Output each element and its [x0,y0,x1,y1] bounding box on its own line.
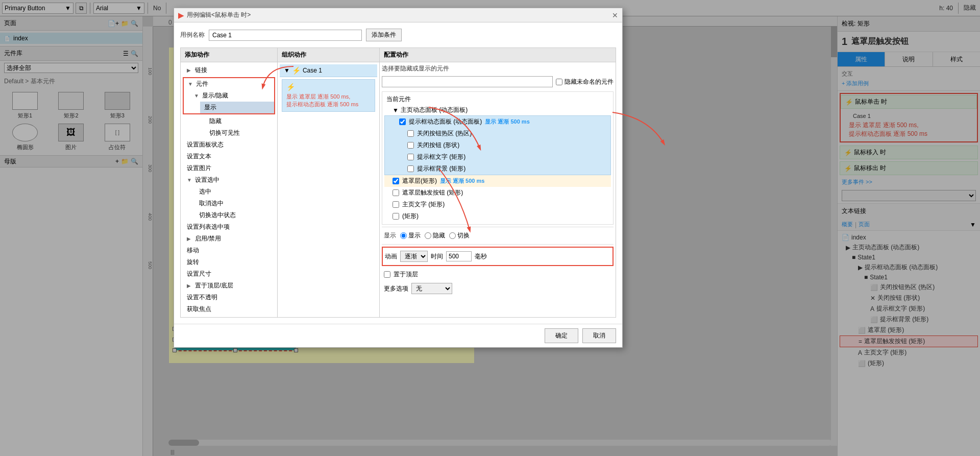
more-options-row: 更多选项 无 [382,281,614,296]
config-rect: (矩形) [384,210,611,222]
tree-show-label: 显示 [204,103,216,112]
tree-toggle-label: 切换可见性 [209,129,240,137]
top-layer-checkbox[interactable] [384,271,390,278]
config-overlay-row[interactable]: 遮罩层(矩形) 显示 逐渐 500 ms [384,175,611,187]
visibility-toggle-radio[interactable] [449,232,456,239]
prompt-panel-sub: 关闭按钮热区 (热区) 关闭按钮 (形状) 提示框文字 (矩形) [397,128,610,175]
config-tree: 当前元件 ▼ 主页动态面板 (动态面板) 提示框动态面板 (动态面板) 显示 逐… [382,91,614,225]
hide-unnamed-label: 隐藏未命名的元件 [556,78,614,86]
time-label: 时间 [431,252,443,261]
tree-element[interactable]: ▼ 元件 [184,78,274,90]
visibility-show-radio[interactable] [400,232,407,239]
modal-title: ▶ 用例编辑<鼠标单击 时> [178,11,251,19]
tree-set-image[interactable]: 设置图片 [183,162,275,174]
organize-action-item[interactable]: ⚡ 显示 遮罩层 逐渐 500 ms,提示框动态面板 逐渐 500 ms [282,79,375,112]
organize-action-content: ▼ ⚡ Case 1 ⚡ 显示 遮罩层 逐渐 500 ms,提示框动态面板 逐渐… [278,62,379,317]
top-layer-row: 置于顶层 [382,268,614,281]
visibility-toggle-option[interactable]: 切换 [449,231,470,240]
visibility-hide-option[interactable]: 隐藏 [425,231,445,240]
hide-unnamed-checkbox[interactable] [556,79,562,85]
config-prompt-panel-row[interactable]: 提示框动态面板 (动态面板) 显示 逐渐 500 ms [397,116,610,128]
add-action-header: 添加动作 [181,48,277,62]
add-condition-btn[interactable]: 添加条件 [366,29,402,41]
element-section-highlight: ▼ 元件 ▼ 显示/隐藏 显示 [183,77,275,114]
show-hide-sub: 显示 [190,102,274,113]
tree-show[interactable]: 显示 [200,102,274,113]
add-action-col: 添加动作 ▶ 链接 ▼ 元件 ▼ [181,48,278,317]
tree-set-opacity[interactable]: 设置不透明 [183,292,275,303]
tree-hide[interactable]: 隐藏 [205,115,275,127]
tree-deselect[interactable]: 取消选中 [195,198,275,209]
overlay-checkbox[interactable] [393,178,399,184]
tree-hide-label: 隐藏 [209,117,222,126]
visibility-show-option[interactable]: 显示 [400,231,421,240]
tree-link-label: 链接 [195,66,207,75]
tree-show-hide-label: 显示/隐藏 [202,91,228,100]
visibility-toggle-text: 切换 [457,231,470,240]
element-subtree: ▼ 显示/隐藏 显示 [184,90,274,113]
hide-sub: 隐藏 切换可见性 [189,115,275,139]
tree-toggle[interactable]: 切换可见性 [205,127,275,139]
tree-set-list[interactable]: 设置列表选中项 [183,221,275,233]
config-main-panel: ▼ 主页动态面板 (动态面板) [384,105,611,115]
case-name-input[interactable] [209,30,362,41]
close-btn-check[interactable] [407,142,414,149]
more-options-select[interactable]: 无 [411,283,452,294]
config-main-text: 主页文字 (矩形) [384,199,611,210]
set-image-label: 设置图片 [187,164,211,173]
link-expand-icon: ▶ [187,67,193,73]
anim-label: 动画 [385,252,397,261]
cancel-button[interactable]: 取消 [582,328,616,343]
action-text: 显示 遮罩层 逐渐 500 ms,提示框动态面板 逐渐 500 ms [286,93,371,108]
organize-action-header: 组织动作 [278,48,379,62]
tree-link[interactable]: ▶ 链接 [183,64,275,76]
configure-action-content: 选择要隐藏或显示的元件 隐藏未命名的元件 当前元件 [380,62,616,317]
tree-set-size[interactable]: 设置尺寸 [183,268,275,280]
tree-move[interactable]: 移动 [183,245,275,256]
set-selected-sub: 选中 取消选中 切换选中状态 [183,186,275,221]
tree-toggle-selected[interactable]: 切换选中状态 [195,209,275,221]
enable-expand-icon: ▶ [187,236,193,242]
prompt-text-check[interactable] [407,154,414,160]
anim-select[interactable]: 逐渐 [400,251,428,262]
rect-check[interactable] [393,213,399,220]
element-expand-icon: ▼ [188,81,194,87]
action-flash-icon: ⚡ [286,83,295,91]
set-text-label: 设置文本 [187,152,211,161]
config-prompt-bg: 提示框背景 (矩形) [405,163,610,175]
modal-close-btn[interactable]: ✕ [612,11,618,19]
set-selected-expand-icon: ▼ [187,177,193,183]
tree-top-bottom[interactable]: ▶ 置于顶层/底层 [183,280,275,292]
tree-focus[interactable]: 获取焦点 [183,303,275,315]
configure-action-col: 配置动作 选择要隐藏或显示的元件 隐藏未命名的元件 当前元件 [380,48,616,317]
organize-action-col: 组织动作 ▼ ⚡ Case 1 ⚡ 显示 遮罩层 逐渐 500 m [278,48,380,317]
prompt-bg-check[interactable] [407,165,414,172]
close-hotzone-check[interactable] [407,130,414,137]
ok-button[interactable]: 确定 [545,328,578,343]
overlay-trigger-check[interactable] [393,189,399,196]
modal-logo: ▶ [178,11,184,19]
config-search-input[interactable] [382,76,553,87]
tree-select[interactable]: 选中 [195,186,275,198]
tree-set-text[interactable]: 设置文本 [183,151,275,162]
tree-show-hide[interactable]: ▼ 显示/隐藏 [190,90,274,102]
main-text-check[interactable] [393,201,399,208]
modal-name-row: 用例名称 添加条件 [180,29,616,41]
configure-action-header: 配置动作 [380,48,616,62]
tree-set-selected-expand[interactable]: ▼ 设置选中 [183,174,275,186]
action-icon-row: ⚡ [286,83,371,91]
prompt-panel-checkbox[interactable] [399,118,406,125]
tree-element-label: 元件 [196,80,208,88]
tree-rotate[interactable]: 旋转 [183,256,275,268]
organize-case1: ▼ ⚡ Case 1 [280,64,377,77]
time-input[interactable] [446,251,472,261]
case-arrow-icon: ⚡ [292,66,301,75]
tree-enable-disable[interactable]: ▶ 启用/禁用 [183,233,275,245]
main-panel-expand: ▼ [393,107,399,114]
element-subtree2: 隐藏 切换可见性 [183,115,275,139]
config-current-element: 当前元件 [384,94,611,105]
show-hide-expand-icon: ▼ [194,93,200,99]
tree-set-panel[interactable]: 设置面板状态 [183,139,275,151]
visibility-hide-text: 隐藏 [433,231,445,240]
visibility-hide-radio[interactable] [425,232,431,239]
